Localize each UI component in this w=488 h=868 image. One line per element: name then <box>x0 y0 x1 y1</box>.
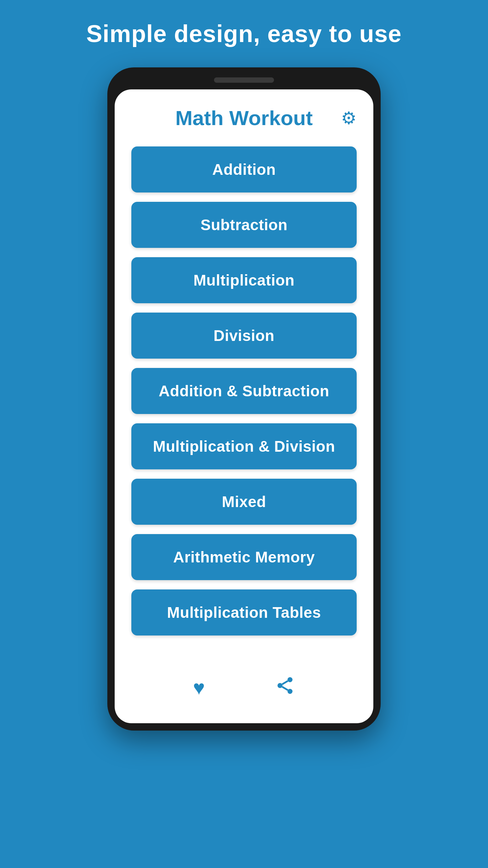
heart-icon[interactable]: ♥ <box>193 676 205 699</box>
phone-mockup: Math Workout ⚙ Addition Subtraction Mult… <box>107 67 381 731</box>
phone-screen: Math Workout ⚙ Addition Subtraction Mult… <box>115 89 373 723</box>
share-icon[interactable] <box>275 676 295 700</box>
addition-button[interactable]: Addition <box>131 147 357 192</box>
menu-buttons-container: Addition Subtraction Multiplication Divi… <box>131 147 357 652</box>
app-title: Math Workout <box>175 106 313 130</box>
page-headline: Simple design, easy to use <box>86 20 402 48</box>
subtraction-button[interactable]: Subtraction <box>131 202 357 248</box>
settings-icon[interactable]: ⚙ <box>341 108 357 128</box>
svg-line-3 <box>282 687 288 690</box>
mixed-button[interactable]: Mixed <box>131 479 357 525</box>
addition-subtraction-button[interactable]: Addition & Subtraction <box>131 368 357 414</box>
multiplication-tables-button[interactable]: Multiplication Tables <box>131 589 357 636</box>
phone-speaker <box>214 78 274 83</box>
svg-point-2 <box>287 689 292 694</box>
svg-line-4 <box>282 681 288 684</box>
svg-point-0 <box>287 677 292 682</box>
multiplication-division-button[interactable]: Multiplication & Division <box>131 423 357 469</box>
svg-point-1 <box>277 683 282 688</box>
app-header: Math Workout ⚙ <box>131 106 357 130</box>
arithmetic-memory-button[interactable]: Arithmetic Memory <box>131 534 357 580</box>
division-button[interactable]: Division <box>131 313 357 359</box>
multiplication-button[interactable]: Multiplication <box>131 257 357 303</box>
bottom-bar: ♥ <box>131 665 357 703</box>
